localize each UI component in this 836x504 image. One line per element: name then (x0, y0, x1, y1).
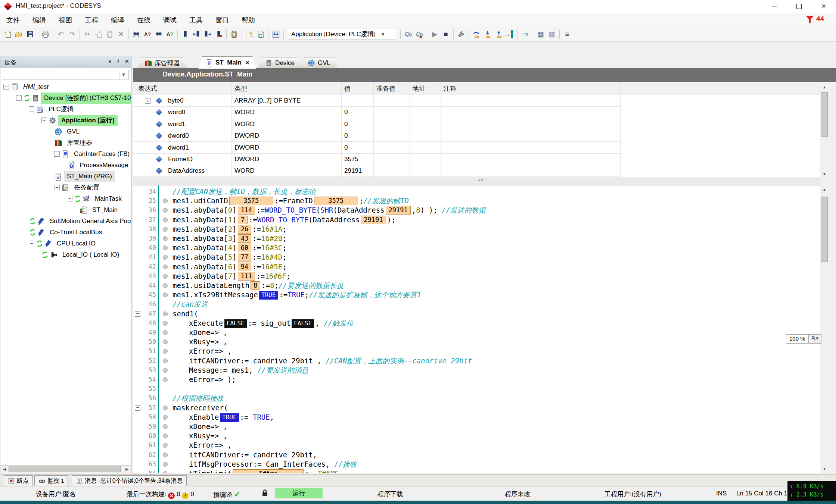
breakpoint-slot-icon[interactable] (163, 312, 168, 316)
monitor-value-box[interactable]: 77 (238, 253, 251, 262)
close-button[interactable]: × (811, 0, 836, 13)
breakpoint-slot-icon[interactable] (163, 208, 168, 213)
watch-row-dword0[interactable]: dword0DWORD0 (133, 130, 620, 142)
tree-item-GVL[interactable]: GVL (0, 126, 131, 137)
magnifier-icon[interactable]: 🔍︎▾ (809, 334, 821, 344)
breakpoint-slot-icon[interactable] (163, 349, 168, 354)
tb-bookmark-next-button[interactable] (202, 29, 213, 40)
code-line-63[interactable]: 63itfMsgProcessor:= Can_InterFaces, //接收 (133, 460, 820, 469)
tb-bookmark-prev-button[interactable] (191, 29, 202, 40)
breakpoint-slot-icon[interactable] (163, 274, 168, 279)
code-line-34[interactable]: 34//配置CAN发送，帧ID，数据，长度，标志位 (133, 187, 820, 197)
scroll-left-icon[interactable]: ◀ (0, 466, 9, 473)
code-vscrollbar[interactable]: ▲ ▼ (820, 185, 829, 473)
code-line-47[interactable]: −47send1( (133, 309, 820, 319)
code-line-39[interactable]: 39mes1.abyData[3]43:=16#2B; (133, 234, 820, 244)
breakpoint-slot-icon[interactable] (163, 424, 168, 429)
menu-item-3[interactable]: 工程 (78, 13, 105, 27)
scroll-up-icon[interactable]: ▲ (820, 185, 829, 194)
tree-item-ST_Main-PRG-[interactable]: ST_Main (PRG) (0, 170, 131, 182)
tb-paste-with-contents-button[interactable] (229, 29, 239, 40)
watch-col-0[interactable]: 表达式 (138, 84, 157, 93)
code-line-59[interactable]: 59xDone=> , (133, 422, 820, 432)
tb-flow-display-button[interactable]: ▥ (547, 29, 557, 40)
breakpoint-slot-icon[interactable] (163, 368, 168, 373)
watch-col-1[interactable]: 类型 (234, 84, 247, 93)
device-panel-hscrollbar[interactable]: ◀ ▶ (0, 465, 131, 473)
tb-update-device-button[interactable] (271, 29, 281, 40)
tb-find-button[interactable] (131, 29, 142, 40)
tb-delete-button[interactable]: ✕ (116, 29, 126, 40)
menu-item-6[interactable]: 调试 (157, 13, 183, 27)
pin-icon[interactable] (116, 59, 121, 65)
code-line-64[interactable]: 64tTimeLimitT#5ms:= T#5MS (133, 469, 820, 473)
scroll-right-icon[interactable]: ▶ (123, 466, 131, 473)
tb-replace-button[interactable] (153, 29, 164, 40)
tb-step-into-button[interactable] (482, 29, 493, 40)
monitor-value-box[interactable]: 29191 (361, 216, 386, 224)
expander-icon[interactable]: − (54, 185, 60, 190)
tb-step-over-button[interactable] (471, 29, 482, 40)
code-line-51[interactable]: 51xError=> , (133, 347, 820, 356)
watch-row-word0[interactable]: word0WORD0 (133, 107, 620, 118)
monitor-value-box[interactable]: 111 (238, 272, 255, 281)
breakpoint-slot-icon[interactable] (163, 236, 168, 241)
tb-new-device-button[interactable] (244, 29, 255, 40)
monitor-value-box[interactable]: 26 (238, 225, 251, 234)
code-line-38[interactable]: 38mes1.abyData[2]26:=16#1A; (133, 225, 820, 234)
expander-icon[interactable]: − (29, 106, 34, 112)
breakpoint-slot-icon[interactable] (163, 330, 168, 335)
panel-close-icon[interactable]: × (125, 58, 129, 65)
watch-row-DataAddress[interactable]: DataAddressWORD29191 (133, 165, 620, 177)
breakpoint-slot-icon[interactable] (163, 443, 168, 448)
breakpoint-slot-icon[interactable] (163, 321, 168, 326)
breakpoint-slot-icon[interactable] (163, 198, 168, 203)
tb-save-button[interactable] (25, 29, 35, 40)
pane-splitter[interactable]: ▴▾ (133, 178, 820, 185)
code-line-50[interactable]: 50xBusy=> , (133, 337, 820, 347)
expander-icon[interactable]: − (16, 95, 22, 101)
watch-col-3[interactable]: 准备值 (376, 84, 395, 93)
code-line-53[interactable]: 53Message:= mes1, //要发送的消息 (133, 366, 820, 375)
tree-item-ST_Main[interactable]: ST_Main (0, 204, 131, 215)
code-line-46[interactable]: 46//can发送 (133, 300, 820, 309)
watch-col-5[interactable]: 注释 (444, 84, 456, 93)
watch-vscroll-thumb[interactable] (821, 92, 828, 137)
breakpoint-slot-icon[interactable] (163, 217, 168, 222)
watch-col-4[interactable]: 地址 (413, 84, 425, 93)
scroll-down-icon[interactable]: ▼ (820, 465, 829, 473)
watch-row-byte0[interactable]: +byte0ARRAY [0..7] OF BYTE (133, 95, 620, 107)
tree-item-Device-连接的-CTH3-C57-103[interactable]: −Device [连接的] (CTH3 C57-103 (0, 92, 131, 103)
code-line-40[interactable]: 40mes1.abyData[4]60:=16#3C; (133, 243, 820, 253)
monitor-value-box[interactable]: 114 (238, 206, 255, 215)
code-line-49[interactable]: 49xDone=> , (133, 328, 820, 338)
code-line-61[interactable]: 61xError=> , (133, 441, 820, 450)
tab-Device[interactable]: Device (258, 57, 302, 69)
tab-messages[interactable]: 消息 -总计0个错误,0个警告,34条消息 (72, 475, 187, 486)
watch-row-dword1[interactable]: dword1DWORD0 (133, 142, 620, 154)
menu-item-2[interactable]: 视图 (52, 13, 78, 27)
maximize-button[interactable] (787, 0, 811, 13)
menu-item-1[interactable]: 编辑 (26, 13, 52, 27)
tree-item-Co-Trust-LocalBus[interactable]: Co-Trust LocalBus (0, 226, 131, 238)
tree-item-PLC逻辑[interactable]: −PLC逻辑 (0, 103, 131, 115)
code-line-41[interactable]: 41mes1.abyData[5]77:=16#4D; (133, 253, 820, 262)
code-line-60[interactable]: 60xBusy=> , (133, 431, 820, 441)
menu-item-9[interactable]: 帮助 (235, 13, 261, 27)
code-line-54[interactable]: 54eError=> ); (133, 375, 820, 385)
breakpoint-slot-icon[interactable] (163, 462, 168, 467)
minimize-button[interactable]: ─ (762, 0, 787, 13)
breakpoint-slot-icon[interactable] (163, 339, 168, 344)
tree-item-库管理器[interactable]: 库管理器 (0, 137, 131, 148)
menu-item-0[interactable]: 文件 (0, 13, 26, 27)
tb-step-out-button[interactable] (494, 29, 504, 40)
tb-refresh-device-button[interactable] (255, 29, 266, 40)
tb-stop-button[interactable]: ■ (441, 29, 451, 40)
menu-item-4[interactable]: 编译 (105, 13, 131, 27)
code-line-44[interactable]: 44mes1.usiDataLength8:=8;//要发送的数据长度 (133, 281, 820, 291)
tab-watch[interactable]: 监视 1 (34, 475, 68, 486)
tb-print-button[interactable] (40, 29, 51, 40)
tb-copy-button[interactable] (93, 29, 104, 40)
code-line-45[interactable]: 45mes1.xIs29BitMessageTRUE:=TRUE;//发送的是扩… (133, 290, 820, 300)
expander-icon[interactable]: − (3, 84, 9, 90)
